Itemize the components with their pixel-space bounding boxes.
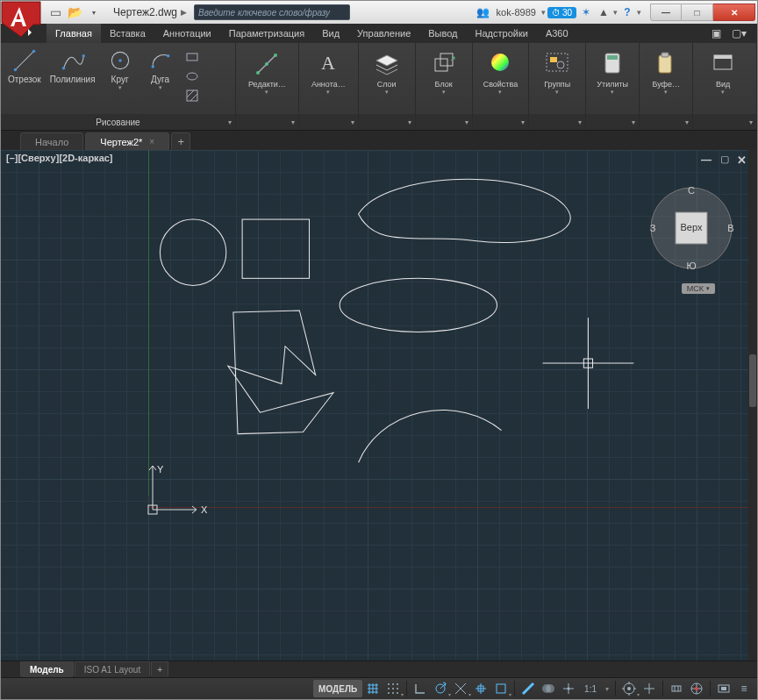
tab-parametric[interactable]: Параметризация <box>220 24 313 43</box>
featured-apps-icon[interactable]: ▣ <box>710 27 723 39</box>
grid-toggle[interactable] <box>363 680 383 697</box>
svg-rect-19 <box>435 59 447 71</box>
shape-bean <box>359 179 571 242</box>
svg-text:С: С <box>688 185 695 196</box>
polar-toggle[interactable]: ▾ <box>431 680 450 697</box>
ucs-dropdown[interactable]: МСК▾ <box>682 283 715 294</box>
user-name[interactable]: kok-8989 <box>493 7 540 18</box>
exchange-icon[interactable]: ✶ <box>578 4 594 20</box>
layout-tab-iso[interactable]: ISO A1 Layout <box>75 661 151 677</box>
ortho-toggle[interactable] <box>411 680 430 697</box>
svg-text:Верх: Верх <box>681 222 703 232</box>
ribbon-panel-modify[interactable]: Редакти…▾ ▾ <box>236 43 299 130</box>
view-cube[interactable]: Верх С Ю В З <box>643 180 740 276</box>
help-icon[interactable]: ? <box>619 4 635 20</box>
ribbon-panel-clipboard[interactable]: Буфе…▾ ▾ <box>640 43 693 130</box>
ribbon-minimize-icon[interactable]: ▢▾ <box>730 27 748 39</box>
close-button[interactable]: ✕ <box>713 4 755 21</box>
ribbon-panel-block[interactable]: Блок▾ ▾ <box>416 43 473 130</box>
object-snap-toggle[interactable]: ▾ <box>491 680 511 697</box>
open-file-icon[interactable]: 📂 <box>68 5 82 19</box>
units-toggle[interactable] <box>667 680 686 697</box>
svg-point-76 <box>546 684 554 693</box>
close-tab-icon[interactable]: × <box>149 137 154 146</box>
tab-home[interactable]: Главная <box>46 24 101 43</box>
svg-rect-73 <box>497 684 505 693</box>
layout-add-button[interactable]: + <box>151 661 168 677</box>
ucs-icon[interactable]: X Y <box>139 466 210 536</box>
tab-output[interactable]: Вывод <box>419 24 466 43</box>
customization-menu[interactable]: ≡ <box>734 680 754 697</box>
tab-annotate[interactable]: Аннотации <box>154 24 220 43</box>
transparency-toggle[interactable] <box>539 680 558 697</box>
svg-point-64 <box>388 692 390 694</box>
workspace-switch[interactable]: ▾ <box>619 680 639 697</box>
ribbon-panel-annotation[interactable]: A Аннота…▾ ▾ <box>299 43 359 130</box>
polyline-button[interactable]: Полилиния <box>46 46 99 86</box>
svg-line-13 <box>190 94 197 101</box>
tab-insert[interactable]: Вставка <box>101 24 154 43</box>
ribbon-panel-utilities[interactable]: Утилиты▾ ▾ <box>586 43 640 130</box>
snap-toggle[interactable]: ▾ <box>383 680 403 697</box>
svg-point-62 <box>392 688 394 689</box>
ellipse-icon[interactable] <box>183 68 201 85</box>
svg-rect-23 <box>550 57 557 62</box>
svg-rect-34 <box>661 53 669 57</box>
panel-title-draw[interactable]: Рисование▾ <box>1 114 235 130</box>
search-input[interactable]: Введите ключевое слово/фразу <box>194 4 350 20</box>
doc-tab-start[interactable]: Начало <box>20 132 83 150</box>
ribbon-panel-layers[interactable]: Слои▾ ▾ <box>359 43 416 130</box>
annotation-scale[interactable]: 1:1 <box>579 680 602 697</box>
qat-dropdown-icon[interactable]: ▾ <box>87 5 101 19</box>
maximize-button[interactable]: □ <box>682 4 713 21</box>
svg-text:В: В <box>727 223 733 233</box>
arc-button[interactable]: Дуга ▾ <box>141 46 180 93</box>
drawing-canvas[interactable]: [–][Сверху][2D-каркас] — ▢ ✕ <box>1 150 757 661</box>
ribbon-panel-view[interactable]: Вид▾ ▾ <box>693 43 757 130</box>
svg-point-77 <box>568 688 570 690</box>
scale-dropdown[interactable]: ▾ <box>603 680 611 697</box>
infocenter-icon[interactable]: 👥 <box>476 4 491 20</box>
tab-manage[interactable]: Управление <box>348 24 419 43</box>
svg-text:Ю: Ю <box>686 261 696 271</box>
shape-circle <box>160 219 225 285</box>
tab-view[interactable]: Вид <box>313 24 348 43</box>
doc-tab-drawing2[interactable]: Чертеж2*× <box>85 132 169 150</box>
new-file-icon[interactable]: ▭ <box>48 5 62 19</box>
user-dropdown[interactable]: ▾ <box>541 8 546 17</box>
shape-arc <box>359 410 502 462</box>
app-logo-icon[interactable] <box>0 0 42 39</box>
svg-point-58 <box>388 683 390 685</box>
svg-point-59 <box>392 683 394 685</box>
svg-point-15 <box>256 71 260 75</box>
lineweight-toggle[interactable] <box>518 680 538 697</box>
tab-addins[interactable]: Надстройки <box>467 24 537 43</box>
isodraft-toggle[interactable]: ▾ <box>451 680 470 697</box>
annotation-monitor[interactable] <box>640 680 659 697</box>
osnap-toggle[interactable] <box>471 680 490 697</box>
rectangle-icon[interactable] <box>183 48 201 66</box>
svg-line-74 <box>523 683 533 694</box>
svg-point-79 <box>627 687 631 690</box>
tab-a360[interactable]: A360 <box>537 24 577 43</box>
ribbon-panel-groups[interactable]: Группы▾ ▾ <box>529 43 586 130</box>
recent-docs-dropdown[interactable]: ▶ <box>181 8 187 17</box>
new-tab-button[interactable]: + <box>171 132 190 150</box>
svg-line-0 <box>15 52 33 70</box>
line-button[interactable]: Отрезок <box>4 46 45 86</box>
a360-dropdown[interactable]: ▾ <box>613 8 618 17</box>
trial-badge[interactable]: ⏱30 <box>547 7 576 18</box>
minimize-button[interactable]: — <box>650 4 682 21</box>
isolate-objects[interactable] <box>714 680 733 697</box>
circle-button[interactable]: Круг ▾ <box>101 46 139 93</box>
autodesk-icon[interactable]: ▲ <box>596 4 611 20</box>
vertical-scrollbar[interactable] <box>748 150 757 661</box>
hatch-icon[interactable] <box>183 87 201 104</box>
model-space-button[interactable]: МОДЕЛЬ <box>313 680 362 697</box>
cycling-toggle[interactable] <box>559 680 578 697</box>
ribbon-panel-draw: Отрезок Полилиния Круг ▾ Дуга ▾ <box>1 43 236 130</box>
help-dropdown[interactable]: ▾ <box>637 8 641 17</box>
layout-tab-model[interactable]: Модель <box>20 661 74 677</box>
ribbon-panel-properties[interactable]: Свойства▾ ▾ <box>473 43 530 130</box>
quick-properties[interactable] <box>687 680 706 697</box>
